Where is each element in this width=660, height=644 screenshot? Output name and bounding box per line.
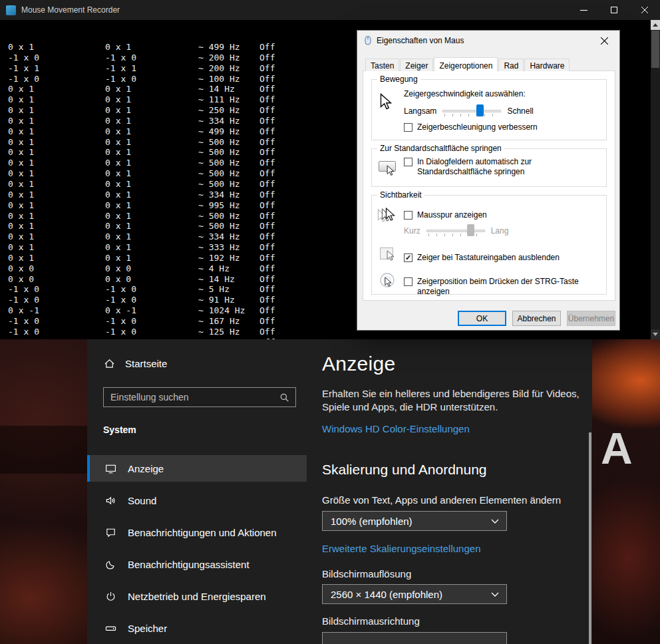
console-cell: 0 x 1 [105, 105, 198, 116]
ctrl-locate-pointer-icon [379, 271, 396, 291]
sidebar-item-label: Benachrichtigungen und Aktionen [128, 527, 277, 538]
chevron-down-icon [491, 592, 499, 597]
hide-pointer-while-typing-checkbox[interactable]: Zeiger bei Tastatureingaben ausblenden [404, 253, 560, 263]
hd-color-settings-link[interactable]: Windows HD Color-Einstellungen [322, 423, 470, 434]
mouse-icon [363, 35, 373, 46]
pointer-speed-cursor-icon [380, 93, 392, 110]
cancel-button[interactable]: Abbrechen [512, 311, 561, 326]
ok-button[interactable]: OK [458, 311, 506, 326]
console-cell: ~ 500 Hz [198, 158, 259, 168]
sidebar-item-notifications[interactable]: Benachrichtigungen und Aktionen [87, 519, 307, 546]
console-cell: 0 x 1 [105, 232, 198, 242]
console-cell: ~ 334 Hz [198, 190, 259, 200]
slider-label-short: Kurz [404, 226, 420, 236]
enhance-precision-checkbox[interactable]: Zeigerbeschleunigung verbessern [404, 122, 538, 132]
trail-length-slider-track [426, 224, 485, 238]
console-cell: ~ 499 Hz [198, 42, 259, 53]
tab-rad[interactable]: Rad [498, 59, 524, 71]
sidebar-item-focus-assist[interactable]: Benachrichtigungsassistent [87, 551, 307, 577]
settings-window: Startseite Einstellung suchen System Anz… [87, 339, 592, 644]
checkbox-label: Zeigerposition beim Drücken der STRG-Tas… [417, 277, 606, 297]
sidebar-item-sound[interactable]: Sound [87, 487, 307, 514]
console-cell: 0 x 1 [8, 94, 105, 105]
scroll-up-icon[interactable] [651, 20, 660, 30]
advanced-scaling-link[interactable]: Erweiterte Skalierungseinstellungen [322, 543, 480, 554]
settings-scrollbar[interactable] [589, 432, 591, 644]
scale-dropdown-value: 100% (empfohlen) [331, 516, 491, 527]
recorder-scrollbar[interactable] [651, 20, 660, 339]
tab-hardware[interactable]: Hardware [524, 59, 570, 71]
tab-zeigeroptionen[interactable]: Zeigeroptionen [434, 57, 498, 71]
orientation-dropdown[interactable] [322, 632, 507, 644]
pointer-trail-checkbox[interactable]: Mausspur anzeigen [404, 210, 487, 220]
console-cell: ~ 200 Hz [198, 63, 259, 74]
pointer-trail-icon [377, 208, 387, 222]
ctrl-locate-pointer-checkbox[interactable]: Zeigerposition beim Drücken der STRG-Tas… [404, 277, 606, 297]
chevron-down-icon [491, 519, 499, 524]
pointer-speed-slider[interactable]: Langsam Schnell [404, 104, 534, 118]
console-cell: 0 x 1 [8, 126, 105, 137]
mouse-properties-dialog: Eigenschaften von Maus TastenZeigerZeige… [357, 30, 620, 331]
console-cell: 0 x 1 [8, 116, 105, 126]
slider-label-long: Lang [491, 226, 509, 236]
maximize-button[interactable] [599, 0, 629, 20]
settings-sidebar: Startseite Einstellung suchen System Anz… [87, 339, 307, 644]
sidebar-item-storage[interactable]: Speicher [87, 615, 307, 641]
slider-label-fast: Schnell [507, 106, 533, 116]
console-cell: ~ 500 Hz [198, 211, 259, 222]
group-snap-to-default: Zur Standardschaltfläche springen In Dia… [371, 148, 607, 187]
settings-search-box[interactable]: Einstellung suchen [103, 387, 296, 407]
sidebar-item-label: Benachrichtigungsassistent [128, 559, 249, 570]
dialog-close-button[interactable] [589, 31, 619, 51]
console-cell: ~ 500 Hz [198, 168, 259, 179]
console-cell: ~ 5 Hz [198, 284, 259, 295]
console-cell: ~ 200 Hz [198, 53, 259, 63]
scroll-down-icon[interactable] [651, 329, 660, 339]
checkbox-box[interactable] [404, 277, 412, 286]
close-button[interactable] [629, 0, 660, 20]
checkbox-box[interactable] [404, 158, 412, 166]
recorder-titlebar[interactable]: Mouse Movement Recorder [0, 0, 660, 20]
focus-assist-icon [104, 559, 116, 570]
console-cell: ~ 500 Hz [198, 221, 259, 232]
slider-ticks [428, 234, 484, 236]
console-cell: 0 x 1 [105, 168, 198, 179]
pointer-speed-slider-thumb[interactable] [476, 104, 484, 116]
checkbox-label: In Dialogfeldern automatisch zur Standar… [417, 157, 593, 177]
console-cell: ~ 250 Hz [198, 105, 259, 116]
console-cell: -1 x 1 [8, 63, 105, 74]
desktop: A Mouse Movement Recorder 0 x 10 x 1~ 49… [0, 0, 660, 644]
tab-zeiger[interactable]: Zeiger [400, 59, 433, 71]
checkbox-box[interactable] [404, 253, 412, 262]
home-icon [103, 358, 115, 369]
console-cell: 0 x 1 [8, 179, 105, 190]
group-caption: Zur Standardschaltfläche springen [377, 144, 504, 153]
checkbox-box[interactable] [404, 211, 412, 220]
recorder-scrollbar-thumb[interactable] [651, 31, 659, 68]
resolution-dropdown[interactable]: 2560 × 1440 (empfohlen) [322, 584, 507, 604]
console-cell: -1 x 0 [8, 327, 105, 337]
scale-dropdown[interactable]: 100% (empfohlen) [322, 511, 507, 531]
snap-to-default-checkbox[interactable]: In Dialogfeldern automatisch zur Standar… [404, 157, 593, 177]
sidebar-item-home[interactable]: Startseite [103, 358, 167, 369]
resolution-dropdown-value: 2560 × 1440 (empfohlen) [331, 589, 491, 600]
console-cell: 0 x 1 [105, 42, 198, 53]
storage-icon [104, 623, 116, 634]
pointer-speed-slider-track[interactable] [442, 104, 501, 118]
selected-accent-bar [87, 455, 90, 482]
search-icon[interactable] [279, 393, 289, 402]
search-placeholder: Einstellung suchen [110, 392, 279, 402]
sidebar-item-power[interactable]: Netzbetrieb und Energiesparen [87, 583, 307, 609]
minimize-button[interactable] [568, 0, 599, 20]
window-title: Mouse Movement Recorder [21, 5, 120, 15]
scaling-section-heading: Skalierung und Anordnung [322, 462, 487, 478]
dialog-titlebar[interactable]: Eigenschaften von Maus [357, 31, 619, 51]
apply-button: Übernehmen [567, 311, 615, 326]
sidebar-item-display[interactable]: Anzeige [87, 455, 307, 482]
console-cell: 0 x 1 [105, 84, 198, 94]
console-cell: 0 x 1 [8, 84, 105, 94]
checkbox-box[interactable] [404, 123, 412, 132]
tab-tasten[interactable]: Tasten [365, 59, 399, 71]
power-icon [104, 591, 116, 602]
hide-pointer-while-typing-icon [380, 247, 393, 261]
